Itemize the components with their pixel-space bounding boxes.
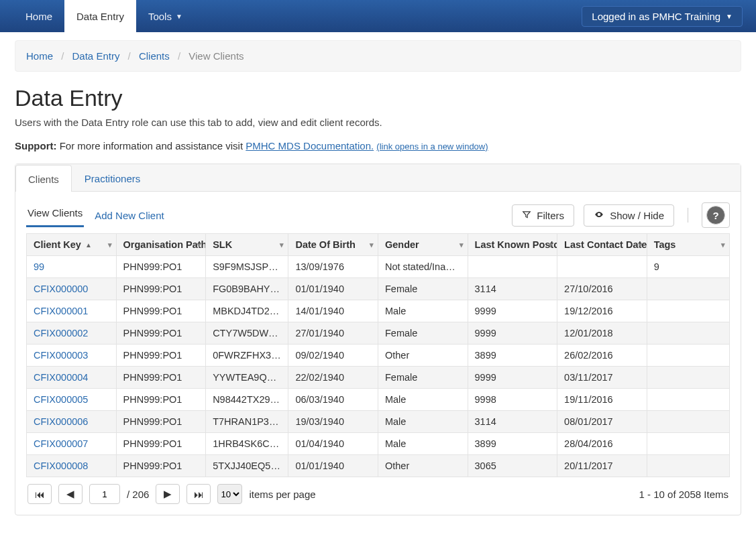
crumb-clients[interactable]: Clients (139, 50, 170, 62)
column-header-dob[interactable]: Date Of Birth▾ (288, 234, 378, 256)
cell-postcode: 9999 (468, 322, 557, 345)
column-menu-icon[interactable]: ▾ (108, 241, 112, 249)
client-key-link[interactable]: 99 (34, 261, 44, 272)
tab-clients[interactable]: Clients (15, 165, 72, 192)
clients-toolbar: View Clients Add New Client Filters Show… (15, 192, 741, 233)
breadcrumb: Home / Data Entry / Clients / View Clien… (15, 40, 741, 72)
cell-tags (647, 455, 729, 477)
cell-last_contact: 12/01/2018 (557, 322, 647, 345)
column-menu-icon[interactable]: ▾ (280, 241, 284, 249)
table-row: 99PHN999:PO1S9F9MSJSPKPS9Y2…13/09/1976No… (27, 256, 730, 278)
filter-icon (522, 210, 531, 221)
column-menu-icon[interactable]: ▾ (721, 241, 725, 249)
column-header-org[interactable]: Organisation Path▾ (116, 234, 206, 256)
subtab-view-clients[interactable]: View Clients (26, 203, 84, 227)
help-icon: ? (706, 206, 725, 225)
pager-prev-button[interactable]: ◀ (58, 484, 83, 504)
eye-icon (594, 210, 604, 221)
chevron-left-icon: ◀ (66, 488, 74, 500)
cell-last_contact: 19/12/2016 (557, 300, 647, 322)
cell-last_contact: 28/04/2016 (557, 433, 647, 455)
column-header-slk[interactable]: SLK▾ (206, 234, 288, 256)
column-header-gender[interactable]: Gender▾ (378, 234, 468, 256)
pager: ⏮ ◀ / 206 ▶ ⏭ 10 items per page 1 - 10 o… (26, 477, 730, 504)
login-dropdown[interactable]: Logged in as PMHC Training ▼ (582, 6, 743, 27)
client-key-link[interactable]: CFIX000005 (34, 394, 88, 405)
cell-dob: 09/02/1940 (288, 345, 378, 367)
column-header-last_contact[interactable]: Last Contact Date▾ (557, 234, 647, 256)
cell-slk: S9F9MSJSPKPS9Y2… (206, 256, 288, 278)
client-key-link[interactable]: CFIX000007 (34, 438, 88, 449)
cell-tags (647, 345, 729, 367)
cell-postcode (468, 256, 557, 278)
column-label: Organisation Path (123, 239, 206, 250)
column-menu-icon[interactable]: ▾ (197, 241, 201, 249)
pager-range: 1 - 10 of 2058 Items (639, 489, 728, 500)
table-row: CFIX000002PHN999:PO1CTY7W5DWDHMD…27/01/1… (27, 322, 730, 345)
cell-postcode: 9998 (468, 389, 557, 411)
login-label: Logged in as PMHC Training (592, 11, 720, 22)
cell-slk: FG0B9BAHYCC34… (206, 278, 288, 300)
crumb-home[interactable]: Home (26, 50, 53, 62)
nav-tools[interactable]: Tools ▼ (136, 0, 195, 32)
client-key-link[interactable]: CFIX000008 (34, 460, 88, 471)
column-menu-icon[interactable]: ▾ (460, 241, 464, 249)
nav-home[interactable]: Home (13, 0, 64, 32)
nav-data-entry[interactable]: Data Entry (64, 0, 136, 32)
client-key-link[interactable]: CFIX000000 (34, 284, 88, 294)
cell-gender: Other (378, 345, 468, 367)
cell-org: PHN999:PO1 (116, 256, 206, 278)
table-row: CFIX000004PHN999:PO1YYWTEA9QF2RV8J…22/02… (27, 367, 730, 389)
client-key-link[interactable]: CFIX000004 (34, 372, 88, 383)
cell-org: PHN999:PO1 (116, 367, 206, 389)
client-key-link[interactable]: CFIX000001 (34, 306, 88, 316)
cell-gender: Male (378, 300, 468, 322)
cell-org: PHN999:PO1 (116, 455, 206, 477)
subtab-add-new-client[interactable]: Add New Client (93, 206, 165, 225)
pager-page-input[interactable] (89, 484, 120, 504)
cell-gender: Male (378, 433, 468, 455)
crumb-sep: / (61, 50, 64, 62)
column-menu-icon[interactable]: ▾ (370, 241, 374, 249)
help-button[interactable]: ? (702, 202, 730, 228)
client-key-link[interactable]: CFIX000006 (34, 416, 88, 427)
cell-last_contact: 03/11/2017 (557, 367, 647, 389)
cell-client_key: CFIX000007 (27, 433, 117, 455)
cell-tags (647, 367, 729, 389)
cell-client_key: CFIX000001 (27, 300, 117, 322)
pager-per-page-select[interactable]: 10 (217, 484, 242, 504)
client-key-link[interactable]: CFIX000002 (34, 328, 88, 338)
cell-client_key: CFIX000005 (27, 389, 117, 411)
main-tab-strip: Clients Practitioners (15, 164, 741, 192)
cell-dob: 01/01/1940 (288, 455, 378, 477)
table-header-row: Client Key▲▾Organisation Path▾SLK▾Date O… (27, 234, 730, 256)
column-menu-icon[interactable]: ▾ (639, 241, 643, 249)
column-header-tags[interactable]: Tags▾ (647, 234, 729, 256)
column-label: Date Of Birth (295, 239, 355, 250)
cell-dob: 19/03/1940 (288, 411, 378, 433)
support-label: Support: (15, 140, 56, 151)
cell-postcode: 3899 (468, 433, 557, 455)
tab-practitioners[interactable]: Practitioners (72, 164, 153, 191)
pager-total-pages: / 206 (127, 489, 149, 500)
column-header-client_key[interactable]: Client Key▲▾ (27, 234, 117, 256)
showhide-button[interactable]: Show / Hide (584, 204, 674, 227)
support-link[interactable]: PMHC MDS Documentation. (246, 140, 374, 151)
cell-postcode: 3114 (468, 278, 557, 300)
filters-button[interactable]: Filters (512, 204, 574, 227)
cell-postcode: 9999 (468, 300, 557, 322)
pager-next-button[interactable]: ▶ (156, 484, 180, 504)
column-header-postcode[interactable]: Last Known Postcode▾ (468, 234, 557, 256)
cell-dob: 01/04/1940 (288, 433, 378, 455)
column-menu-icon[interactable]: ▾ (549, 241, 553, 249)
cell-dob: 22/02/1940 (288, 367, 378, 389)
crumb-data-entry[interactable]: Data Entry (72, 50, 120, 62)
support-ext-link[interactable]: (link opens in a new window) (376, 141, 488, 151)
pager-last-button[interactable]: ⏭ (186, 484, 211, 504)
client-key-link[interactable]: CFIX000003 (34, 350, 88, 361)
cell-client_key: CFIX000004 (27, 367, 117, 389)
pager-first-button[interactable]: ⏮ (28, 484, 52, 504)
cell-client_key: CFIX000000 (27, 278, 117, 300)
nav-tools-label: Tools (148, 11, 172, 22)
table-row: CFIX000001PHN999:PO1MBKDJ4TD21FVVN…14/01… (27, 300, 730, 322)
